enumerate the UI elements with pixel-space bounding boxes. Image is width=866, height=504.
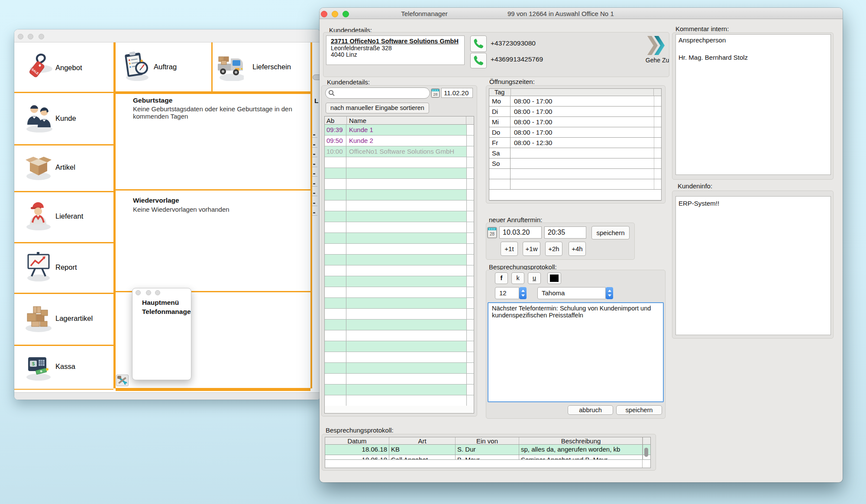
opening-hours-row[interactable]: Mi08:00 - 17:00 (489, 117, 661, 127)
nav-cell-lagerartikel[interactable]: Lagerartikel (14, 293, 113, 345)
protocol-column-header[interactable]: Art (389, 437, 456, 444)
minimize-button[interactable] (28, 34, 33, 39)
font-size-field[interactable]: 12 (495, 287, 519, 299)
opening-hours-row[interactable] (489, 169, 661, 179)
customer-name-link[interactable]: 23711 OfficeNo1 Software Solutions GmbH (331, 38, 459, 45)
nav-cell-lieferschein[interactable]: Lieferschein (213, 42, 310, 91)
call-list-row[interactable] (325, 168, 474, 179)
call-list-row[interactable] (325, 330, 474, 341)
minimize-button[interactable] (332, 11, 338, 17)
plus-1day-button[interactable]: +1t (501, 242, 518, 256)
opening-hours-row[interactable] (489, 179, 661, 190)
close-button[interactable] (18, 34, 23, 39)
close-button[interactable] (136, 290, 141, 295)
zoom-button[interactable] (343, 11, 349, 17)
column-header-ab[interactable]: Ab (326, 117, 334, 124)
zoom-button[interactable] (155, 290, 160, 295)
call-list-row[interactable]: 10:00OfficeNo1 Software Solutions GmbH (325, 146, 474, 157)
calendar-button[interactable]: 28 (431, 88, 440, 98)
call-list-row[interactable] (325, 298, 474, 309)
list-date-field[interactable]: 11.02.20 (441, 88, 473, 98)
menu-item-telefonmanager[interactable]: Telefonmanager (142, 308, 191, 316)
nav-cell-kunde[interactable]: Kunde (14, 93, 113, 144)
hidden-row-fragment (312, 206, 317, 216)
text-color-button[interactable] (547, 272, 561, 284)
protocol-row[interactable]: 18.06.18Call AngebotB. MayrSeminar Angeb… (325, 455, 650, 460)
call-list-row[interactable] (325, 222, 474, 233)
appointment-time-field[interactable]: 20:35 (544, 226, 586, 239)
font-name-stepper[interactable] (606, 287, 613, 299)
call-list-row[interactable] (325, 384, 474, 395)
plus-1week-button[interactable]: +1w (523, 242, 540, 256)
minimize-button[interactable] (146, 290, 151, 295)
cancel-button[interactable]: abbruch (568, 405, 613, 415)
scroll-gutter (466, 374, 474, 384)
save-appointment-button[interactable]: speichern (591, 226, 630, 239)
opening-hours-row[interactable]: So (489, 158, 661, 169)
protocol-column-header[interactable]: Datum (325, 437, 389, 444)
underline-button[interactable]: u (528, 272, 541, 284)
opening-hours-row[interactable]: Do08:00 - 17:00 (489, 127, 661, 138)
calendar-button[interactable]: 28 (487, 227, 497, 239)
call-list-row[interactable] (325, 255, 474, 265)
protocol-text-area[interactable]: Nächster Telefontermin: Schulung von Kun… (488, 302, 664, 402)
call-list-row[interactable] (325, 233, 474, 244)
nav-cell-angebot[interactable]: SALEAngebot (14, 42, 113, 93)
italic-button[interactable]: k (511, 272, 524, 284)
call-list-row[interactable] (325, 200, 474, 211)
call-list-row[interactable]: 09:39Kunde 1 (325, 125, 474, 136)
comment-internal-box[interactable]: Ansprechperson Hr. Mag. Bernhard Stolz (675, 34, 831, 175)
call-list-row[interactable] (325, 287, 474, 298)
call-list-row[interactable] (325, 309, 474, 320)
zoom-button[interactable] (39, 34, 44, 39)
plus-2hours-button[interactable]: +2h (545, 242, 562, 256)
scrollbar-thumb[interactable] (644, 448, 648, 457)
call-list-row[interactable] (325, 352, 474, 363)
hidden-row-fragment (312, 187, 317, 196)
protocol-column-header[interactable]: Beschreibung (519, 437, 643, 444)
bold-button[interactable]: f (495, 272, 508, 284)
call-phone1-button[interactable] (470, 36, 487, 52)
nav-cell-artikel[interactable]: Artikel (14, 144, 113, 191)
opening-hours-row[interactable]: Fr08:00 - 12:30 (489, 138, 661, 148)
call-list-row[interactable]: 09:50Kunde 2 (325, 136, 474, 146)
call-list-row[interactable] (325, 363, 474, 374)
call-list-row[interactable] (325, 341, 474, 352)
font-size-stepper[interactable] (519, 287, 527, 299)
nav-cell-auftrag[interactable]: Auftrag (116, 42, 212, 91)
tools-button[interactable] (116, 375, 129, 386)
protocol-column-header[interactable]: Ein von (456, 437, 519, 444)
column-header-name[interactable]: Name (349, 117, 366, 124)
call-list-panel: 28 11.02.20 nach manueller Eingabe sorti… (321, 85, 477, 417)
nav-cell-lieferant[interactable]: Lieferant (14, 191, 113, 242)
call-list-row[interactable] (325, 211, 474, 222)
goto-customer-label[interactable]: Gehe Zu (642, 57, 672, 64)
column-header-tag[interactable]: Tag (494, 89, 504, 96)
menu-item-hauptmenu[interactable]: Hauptmenü (142, 299, 179, 307)
close-button[interactable] (321, 11, 327, 17)
opening-hours-row[interactable]: Di08:00 - 17:00 (489, 107, 661, 117)
call-list-row[interactable] (325, 395, 474, 406)
opening-hours-row[interactable]: Mo08:00 - 17:00 (489, 96, 661, 107)
save-protocol-button[interactable]: speichern (616, 405, 662, 415)
call-phone2-button[interactable] (470, 53, 487, 68)
call-list-row[interactable] (325, 179, 474, 190)
nav-cell-kassa[interactable]: $Kassa (14, 345, 113, 388)
plus-4hours-button[interactable]: +4h (569, 242, 586, 256)
appointment-date-field[interactable]: 10.03.20 (499, 226, 542, 239)
call-list-row[interactable] (325, 320, 474, 330)
call-list-row[interactable] (325, 244, 474, 255)
font-name-select[interactable]: Tahoma (537, 287, 606, 299)
hidden-row-fragment (312, 138, 317, 148)
search-input[interactable] (325, 87, 430, 99)
sort-button[interactable]: nach manueller Eingabe sortieren (326, 103, 429, 113)
opening-hours-row[interactable]: Sa (489, 148, 661, 158)
nav-cell-report[interactable]: Report (14, 242, 113, 293)
call-list-row[interactable] (325, 374, 474, 384)
customer-info-box[interactable]: ERP-System!! (675, 196, 831, 335)
call-list-row[interactable] (325, 276, 474, 287)
call-list-row[interactable] (325, 157, 474, 168)
call-list-row[interactable] (325, 190, 474, 200)
call-list-row[interactable] (325, 265, 474, 276)
protocol-row[interactable]: 18.06.18KBS. Dursp, alles da, angerufen … (325, 445, 650, 455)
